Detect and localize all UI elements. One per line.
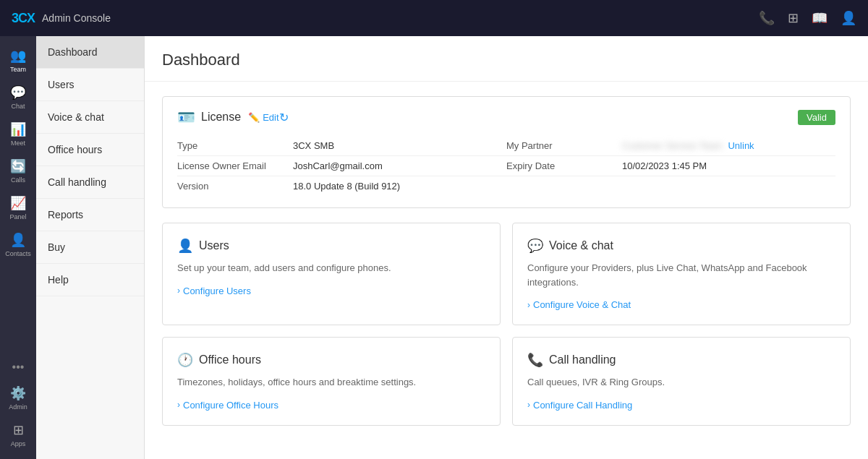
nav-item-help[interactable]: Help — [36, 264, 144, 296]
icon-sidebar: 👥 Team 💬 Chat 📊 Meet 🔄 Calls 📈 Panel 👤 C… — [0, 36, 36, 459]
nav-sidebar: Dashboard Users Voice & chat Office hour… — [36, 36, 145, 459]
expiry-value: 10/02/2023 1:45 PM — [622, 160, 707, 171]
unlink-link[interactable]: Unlink — [728, 140, 754, 151]
chevron-right-icon-4: › — [527, 400, 530, 410]
more-options-icon[interactable]: ••• — [12, 355, 25, 379]
admin-icon: ⚙️ — [10, 385, 26, 401]
license-header: 🪪 License ✏️ Edit ↻ Valid — [177, 108, 835, 126]
sidebar-item-label-meet: Meet — [11, 140, 25, 147]
voice-chat-card: 💬 Voice & chat Configure your Providers,… — [512, 223, 851, 325]
chevron-right-icon: › — [177, 286, 180, 296]
panel-icon: 📈 — [10, 195, 26, 211]
nav-item-office-hours[interactable]: Office hours — [36, 134, 144, 166]
sidebar-item-label-apps: Apps — [11, 440, 26, 447]
configure-users-link[interactable]: › Configure Users — [177, 286, 485, 296]
call-handling-card-description: Call queues, IVR & Ring Groups. — [527, 375, 835, 390]
voice-chat-card-title: Voice & chat — [549, 239, 613, 252]
card-header-users: 👤 Users — [177, 238, 485, 254]
license-title: License — [201, 111, 241, 124]
top-header: 3CX Admin Console 📞 ⊞ 📖 👤 — [0, 0, 868, 36]
call-handling-card-title: Call handling — [549, 353, 616, 366]
nav-item-call-handling[interactable]: Call handling — [36, 166, 144, 199]
configure-office-hours-link[interactable]: › Configure Office Hours — [177, 400, 485, 411]
users-card: 👤 Users Set up your team, add users and … — [162, 223, 501, 325]
chevron-right-icon-2: › — [527, 300, 530, 310]
sidebar-item-label-team: Team — [10, 66, 26, 73]
partner-label: My Partner — [506, 140, 622, 151]
email-label: License Owner Email — [177, 160, 293, 171]
email-value: JoshCarl@gmail.com — [293, 160, 383, 171]
main-layout: 👥 Team 💬 Chat 📊 Meet 🔄 Calls 📈 Panel 👤 C… — [0, 36, 868, 459]
user-profile-icon[interactable]: 👤 — [841, 10, 856, 26]
users-card-icon: 👤 — [177, 238, 193, 254]
sidebar-item-team[interactable]: 👥 Team — [0, 42, 36, 79]
sidebar-item-calls[interactable]: 🔄 Calls — [0, 153, 36, 189]
card-header-office-hours: 🕐 Office hours — [177, 352, 485, 368]
sidebar-item-label-contacts: Contacts — [5, 250, 31, 257]
pencil-icon: ✏️ — [248, 112, 260, 123]
call-handling-card-icon: 📞 — [527, 352, 543, 368]
phone-icon[interactable]: 📞 — [759, 10, 775, 26]
sidebar-item-meet[interactable]: 📊 Meet — [0, 116, 36, 153]
team-icon: 👥 — [10, 48, 26, 64]
sidebar-item-chat[interactable]: 💬 Chat — [0, 79, 36, 116]
license-expiry-field: Expiry Date 10/02/2023 1:45 PM — [506, 156, 835, 176]
users-card-title: Users — [199, 239, 229, 252]
nav-item-dashboard[interactable]: Dashboard — [36, 36, 144, 69]
book-icon[interactable]: 📖 — [812, 10, 827, 26]
edit-license-link[interactable]: ✏️ Edit — [248, 112, 278, 123]
call-handling-card: 📞 Call handling Call queues, IVR & Ring … — [512, 337, 851, 426]
office-hours-card-icon: 🕐 — [177, 352, 193, 368]
calls-icon: 🔄 — [10, 158, 26, 174]
configure-voice-chat-link[interactable]: › Configure Voice & Chat — [527, 299, 835, 310]
sidebar-item-panel[interactable]: 📈 Panel — [0, 189, 36, 226]
content-header: Dashboard — [145, 36, 868, 82]
office-hours-card-description: Timezones, holidays, office hours and br… — [177, 375, 485, 390]
apps-icon: ⊞ — [13, 422, 24, 438]
sidebar-item-contacts[interactable]: 👤 Contacts — [0, 226, 36, 263]
page-title: Dashboard — [162, 51, 851, 69]
version-value: 18.0 Update 8 (Build 912) — [293, 181, 400, 192]
sidebar-item-apps[interactable]: ⊞ Apps — [0, 416, 36, 453]
license-email-field: License Owner Email JoshCarl@gmail.com — [177, 156, 506, 176]
refresh-icon[interactable]: ↻ — [279, 111, 289, 124]
header-icons: 📞 ⊞ 📖 👤 — [759, 10, 856, 26]
content-body: 🪪 License ✏️ Edit ↻ Valid Type 3CX SMB — [145, 82, 868, 440]
admin-console-title: Admin Console — [42, 12, 111, 24]
nav-item-voice-chat[interactable]: Voice & chat — [36, 101, 144, 134]
nav-item-reports[interactable]: Reports — [36, 199, 144, 231]
contacts-icon: 👤 — [10, 232, 26, 248]
logo-area: 3CX Admin Console — [12, 11, 111, 26]
voice-chat-card-description: Configure your Providers, plus Live Chat… — [527, 261, 835, 289]
valid-badge: Valid — [798, 110, 835, 125]
sidebar-item-label-admin: Admin — [9, 403, 27, 411]
card-header-voice-chat: 💬 Voice & chat — [527, 238, 835, 254]
configure-call-handling-link[interactable]: › Configure Call Handling — [527, 400, 835, 411]
chat-icon: 💬 — [10, 85, 26, 100]
office-hours-card-title: Office hours — [199, 353, 261, 366]
license-type-field: Type 3CX SMB — [177, 136, 506, 156]
chevron-right-icon-3: › — [177, 400, 180, 410]
type-label: Type — [177, 140, 293, 151]
voice-chat-card-icon: 💬 — [527, 238, 543, 254]
logo-3cx: 3CX — [12, 11, 35, 26]
sidebar-item-label-panel: Panel — [9, 213, 26, 220]
users-card-description: Set up your team, add users and configur… — [177, 261, 485, 275]
license-icon: 🪪 — [177, 108, 195, 126]
nav-item-buy[interactable]: Buy — [36, 231, 144, 264]
content-area: Dashboard 🪪 License ✏️ Edit ↻ Valid T — [145, 36, 868, 459]
sidebar-item-admin[interactable]: ⚙️ Admin — [0, 379, 36, 416]
sidebar-item-label-calls: Calls — [11, 176, 25, 184]
card-header-call-handling: 📞 Call handling — [527, 352, 835, 368]
partner-value: Customer Service Team — [622, 140, 722, 151]
license-partner-field: My Partner Customer Service Team Unlink — [506, 136, 835, 156]
cards-grid: 👤 Users Set up your team, add users and … — [162, 223, 851, 426]
sidebar-item-label-chat: Chat — [11, 103, 25, 110]
qr-icon[interactable]: ⊞ — [788, 10, 799, 26]
office-hours-card: 🕐 Office hours Timezones, holidays, offi… — [162, 337, 501, 426]
expiry-label: Expiry Date — [506, 160, 622, 171]
type-value: 3CX SMB — [293, 140, 334, 151]
nav-item-users[interactable]: Users — [36, 69, 144, 101]
license-version-field: Version 18.0 Update 8 (Build 912) — [177, 176, 506, 196]
version-label: Version — [177, 181, 293, 192]
